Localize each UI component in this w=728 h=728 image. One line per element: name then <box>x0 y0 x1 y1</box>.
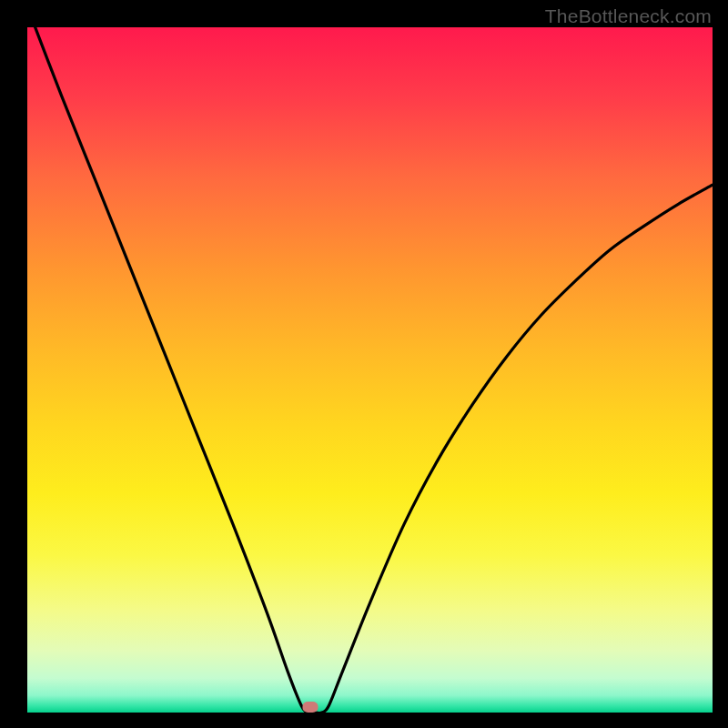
plot-frame <box>27 27 713 713</box>
watermark-text: TheBottleneck.com <box>545 5 712 27</box>
optimal-point-marker <box>302 702 318 713</box>
curve-path <box>27 6 713 713</box>
bottleneck-curve <box>27 27 713 713</box>
plot-area <box>27 27 713 713</box>
